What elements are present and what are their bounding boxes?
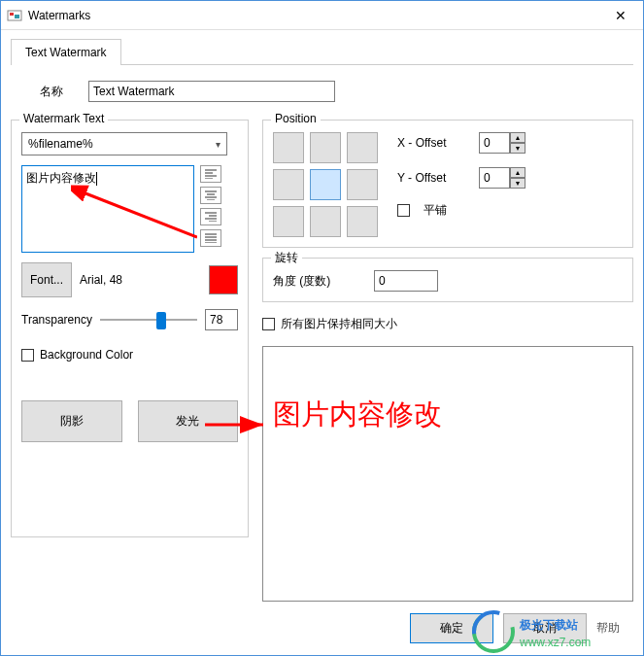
align-justify-button[interactable] [200,229,221,247]
pos-mr[interactable] [347,169,378,200]
align-center-button[interactable] [200,187,221,204]
background-color-checkbox[interactable] [21,349,34,362]
font-color-swatch[interactable] [209,265,238,294]
pos-mc[interactable] [310,169,341,200]
pos-tr[interactable] [347,132,378,163]
shadow-button[interactable]: 阴影 [21,400,122,442]
name-row: 名称 [40,81,633,102]
filename-combo[interactable]: %filename% ▾ [21,132,227,155]
preview-text: 图片内容修改 [273,396,442,434]
font-desc: Arial, 48 [80,273,122,287]
help-link[interactable]: 帮助 [596,620,620,637]
preview-area: 图片内容修改 [262,346,633,602]
name-input[interactable] [88,81,335,102]
y-offset-down[interactable]: ▼ [510,178,525,189]
y-offset-input[interactable] [479,167,510,189]
transparency-label: Transparency [21,313,92,327]
watermark-text-group: Watermark Text %filename% ▾ 图片内容修改 [11,120,249,537]
close-button[interactable]: ✕ [598,1,643,30]
pos-bl[interactable] [273,206,304,237]
y-offset-label: Y - Offset [397,171,465,185]
pos-bc[interactable] [310,206,341,237]
font-button[interactable]: Font... [21,262,72,297]
app-icon [7,8,22,23]
align-right-button[interactable] [200,208,221,225]
rotation-legend: 旋转 [271,250,302,266]
window-title: Watermarks [28,9,598,22]
same-size-checkbox[interactable] [262,318,275,330]
tile-label: 平铺 [424,202,447,219]
dialog-footer: 确定 取消 帮助 [11,602,633,655]
same-size-label: 所有图片保持相同大小 [281,316,397,332]
x-offset-spinner[interactable]: ▲▼ [479,132,525,154]
tab-row: Text Watermark [11,38,633,65]
angle-label: 角度 (度数) [273,273,360,290]
pos-tl[interactable] [273,132,304,163]
position-legend: Position [271,112,321,125]
tile-checkbox[interactable] [397,204,410,217]
name-label: 名称 [40,84,88,100]
dialog-body: Text Watermark 名称 Watermark Text %filena… [1,30,643,655]
x-offset-input[interactable] [479,132,510,154]
pos-br[interactable] [347,206,378,237]
y-offset-spinner[interactable]: ▲▼ [479,167,525,189]
pos-ml[interactable] [273,169,304,200]
ok-button[interactable]: 确定 [410,613,493,643]
watermark-text-value: 图片内容修改 [26,171,96,185]
align-left-button[interactable] [200,165,221,183]
position-group: Position [262,120,633,248]
svg-rect-2 [15,15,19,18]
position-grid [273,132,378,237]
titlebar: Watermarks ✕ [1,1,643,30]
filename-combo-value: %filename% [28,137,93,151]
watermarks-dialog: Watermarks ✕ Text Watermark 名称 Watermark… [0,0,644,656]
background-color-label: Background Color [40,348,133,362]
rotation-group: 旋转 角度 (度数) [262,258,633,302]
transparency-slider[interactable] [100,310,197,329]
cancel-button[interactable]: 取消 [503,613,587,643]
x-offset-down[interactable]: ▼ [510,143,525,154]
chevron-down-icon: ▾ [216,139,220,150]
svg-rect-1 [10,13,14,16]
x-offset-up[interactable]: ▲ [510,132,525,143]
watermark-text-input[interactable]: 图片内容修改 [21,165,194,253]
y-offset-up[interactable]: ▲ [510,167,525,178]
watermark-text-legend: Watermark Text [19,112,108,125]
glow-button[interactable]: 发光 [138,400,239,442]
pos-tc[interactable] [310,132,341,163]
svg-line-4 [81,191,197,237]
x-offset-label: X - Offset [397,136,465,150]
angle-input[interactable] [374,270,438,292]
tab-text-watermark[interactable]: Text Watermark [11,39,121,65]
transparency-value[interactable] [205,309,238,330]
